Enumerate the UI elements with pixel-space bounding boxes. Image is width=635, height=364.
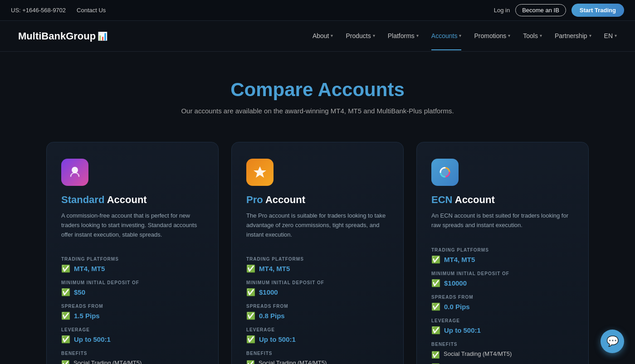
check-icon: ✅: [246, 311, 255, 320]
nav-item-language[interactable]: EN ▾: [604, 22, 617, 50]
check-icon: ✅: [61, 335, 70, 344]
check-icon: ✅: [61, 360, 70, 364]
chevron-down-icon: ▾: [508, 33, 510, 38]
ecn-account-icon: [431, 159, 459, 186]
pro-platforms-value: ✅ MT4, MT5: [246, 264, 389, 273]
ecn-leverage-value: ✅ Up to 500:1: [431, 326, 574, 335]
phone-number: US: +1646-568-9702: [11, 7, 66, 14]
chat-button[interactable]: 💬: [601, 330, 624, 353]
pro-account-icon: [246, 159, 274, 186]
standard-spreads-value: ✅ 1.5 Pips: [61, 311, 204, 320]
check-icon: ✅: [431, 351, 440, 359]
check-icon: ✅: [61, 288, 70, 296]
ecn-deposit-label: MINIMUM INITIAL DEPOSIT OF: [431, 271, 574, 276]
chevron-down-icon: ▾: [589, 33, 591, 38]
nav-item-tools[interactable]: Tools ▾: [523, 22, 542, 50]
standard-platforms-label: TRADING PLATFORMS: [61, 257, 204, 262]
ecn-spreads-label: SPREADS FROM: [431, 295, 574, 300]
pro-deposit-value: ✅ $1000: [246, 288, 389, 296]
chevron-down-icon: ▾: [373, 33, 375, 38]
pro-account-card: Pro Account The Pro account is suitable …: [231, 142, 404, 364]
chevron-down-icon: ▾: [459, 33, 461, 38]
pro-deposit-label: MINIMUM INITIAL DEPOSIT OF: [246, 280, 389, 285]
hero-section: Compare Accounts Our accounts are availa…: [0, 52, 635, 133]
chevron-down-icon: ▾: [416, 33, 419, 38]
top-bar-left: US: +1646-568-9702 Contact Us: [11, 7, 106, 14]
ecn-platforms-label: TRADING PLATFORMS: [431, 248, 574, 252]
standard-platforms-value: ✅ MT4, MT5: [61, 264, 204, 273]
pro-spreads-label: SPREADS FROM: [246, 304, 389, 309]
start-trading-button[interactable]: Start Trading: [572, 4, 624, 17]
top-bar: US: +1646-568-9702 Contact Us Log in Bec…: [0, 0, 635, 21]
standard-benefits-label: BENEFITS: [61, 351, 204, 356]
standard-account-icon: [61, 159, 88, 186]
nav-item-accounts[interactable]: Accounts ▾: [431, 22, 462, 50]
pro-leverage-value: ✅ Up to 500:1: [246, 335, 389, 344]
logo[interactable]: MultiBankGroup 📊: [18, 30, 107, 42]
chevron-down-icon: ▾: [615, 33, 617, 38]
check-icon: ✅: [431, 302, 440, 311]
ecn-account-desc: An ECN account is best suited for trader…: [431, 211, 574, 230]
ecn-account-card: ECN Account An ECN account is best suite…: [416, 142, 589, 364]
logo-icon: 📊: [98, 31, 107, 41]
check-icon: ✅: [246, 264, 255, 273]
chevron-down-icon: ▾: [540, 33, 542, 38]
cards-container: Standard Account A commission-free accou…: [0, 133, 635, 364]
standard-leverage-value: ✅ Up to 500:1: [61, 335, 204, 344]
nav-item-about[interactable]: About ▾: [313, 22, 333, 50]
pro-account-desc: The Pro account is suitable for traders …: [246, 211, 389, 239]
check-icon: ✅: [246, 360, 255, 364]
nav-item-platforms[interactable]: Platforms ▾: [388, 22, 419, 50]
ecn-spreads-value: ✅ 0.0 Pips: [431, 302, 574, 311]
ecn-leverage-label: LEVERAGE: [431, 318, 574, 323]
check-icon: ✅: [61, 311, 70, 320]
ecn-benefits-label: BENEFITS: [431, 342, 574, 347]
standard-spreads-label: SPREADS FROM: [61, 304, 204, 309]
check-icon: ✅: [61, 264, 70, 273]
pro-account-title: Pro Account: [246, 194, 389, 206]
standard-benefit-1: ✅ Social Trading (MT4/MT5): [61, 359, 204, 364]
nav-item-promotions[interactable]: Promotions ▾: [474, 22, 510, 50]
pro-benefit-1: ✅ Social Trading (MT4/MT5): [246, 359, 389, 364]
top-bar-right: Log in Become an IB Start Trading: [494, 4, 624, 17]
ecn-platforms-value: ✅ MT4, MT5: [431, 255, 574, 264]
ecn-benefit-2: ✅ 24/7 technical and account support: [431, 363, 574, 364]
pro-platforms-label: TRADING PLATFORMS: [246, 257, 389, 262]
main-nav: MultiBankGroup 📊 About ▾ Products ▾ Plat…: [0, 21, 635, 52]
check-icon: ✅: [431, 279, 440, 287]
standard-deposit-value: ✅ $50: [61, 288, 204, 296]
check-icon: ✅: [246, 335, 255, 344]
page-title: Compare Accounts: [9, 79, 626, 101]
standard-account-title: Standard Account: [61, 194, 204, 206]
pro-leverage-label: LEVERAGE: [246, 327, 389, 332]
nav-item-partnership[interactable]: Partnership ▾: [555, 22, 591, 50]
pro-benefits-label: BENEFITS: [246, 351, 389, 356]
check-icon: ✅: [431, 326, 440, 335]
nav-item-products[interactable]: Products ▾: [346, 22, 375, 50]
ecn-account-title: ECN Account: [431, 194, 574, 206]
nav-links: About ▾ Products ▾ Platforms ▾ Accounts …: [313, 22, 617, 50]
logo-multibank: MultiBankGroup: [18, 30, 96, 42]
chat-icon: 💬: [606, 335, 619, 347]
ecn-deposit-value: ✅ $10000: [431, 279, 574, 287]
check-icon: ✅: [431, 255, 440, 264]
ecn-benefit-1: ✅ Social Trading (MT4/MT5): [431, 350, 574, 359]
svg-marker-1: [254, 166, 266, 178]
login-button[interactable]: Log in: [494, 7, 510, 14]
standard-deposit-label: MINIMUM INITIAL DEPOSIT OF: [61, 280, 204, 285]
hero-subtitle: Our accounts are available on the award-…: [9, 107, 626, 115]
standard-account-card: Standard Account A commission-free accou…: [46, 142, 219, 364]
contact-link[interactable]: Contact Us: [77, 7, 106, 14]
check-icon: ✅: [246, 288, 255, 296]
become-ib-button[interactable]: Become an IB: [515, 4, 566, 16]
chevron-down-icon: ▾: [331, 33, 333, 38]
pro-spreads-value: ✅ 0.8 Pips: [246, 311, 389, 320]
standard-account-desc: A commission-free account that is perfec…: [61, 211, 204, 239]
standard-leverage-label: LEVERAGE: [61, 327, 204, 332]
